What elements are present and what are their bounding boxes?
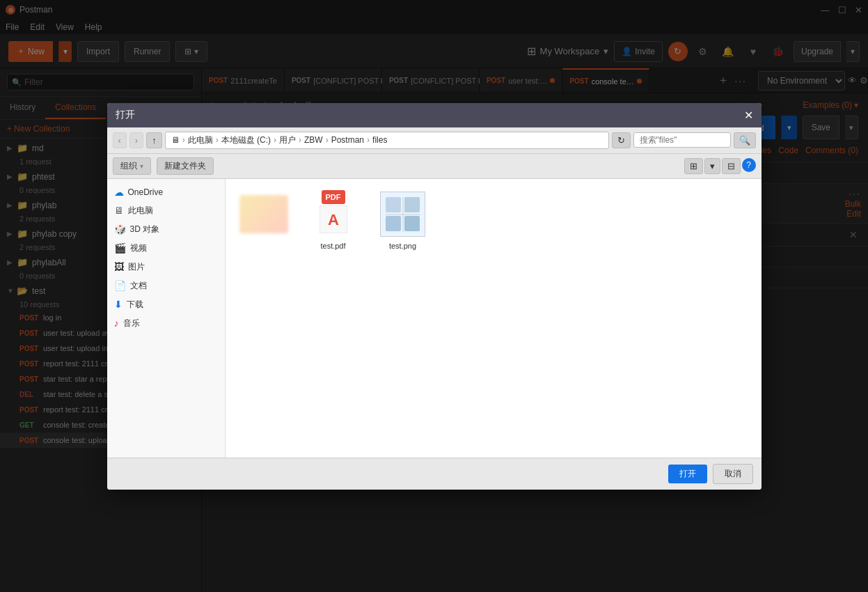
view-grid-button[interactable]: ▾: [704, 158, 720, 174]
path-part[interactable]: 此电脑: [188, 134, 213, 146]
nav-up-button[interactable]: ↑: [146, 132, 162, 148]
video-icon: 🎬: [114, 242, 126, 254]
svg-text:A: A: [328, 211, 339, 228]
path-part[interactable]: 本地磁盘 (C:): [221, 134, 271, 146]
dialog-sidebar-downloads[interactable]: ⬇ 下载: [107, 295, 225, 314]
path-refresh-button[interactable]: ↻: [612, 132, 631, 148]
dialog-main: PDF A test.pdf: [226, 179, 762, 458]
dialog-sidebar-images[interactable]: 🖼 图片: [107, 258, 225, 276]
dialog-sidebar-documents[interactable]: 📄 文档: [107, 276, 225, 295]
folder-thumb: [239, 190, 288, 239]
view-list-button[interactable]: ⊞: [684, 158, 703, 174]
dialog-sidebar-computer[interactable]: 🖥 此电脑: [107, 201, 225, 220]
dialog-open-button[interactable]: 打开: [668, 465, 707, 483]
png-preview: [380, 192, 425, 237]
dialog-help-button[interactable]: ?: [742, 158, 756, 172]
3d-objects-icon: 🎲: [114, 224, 126, 235]
path-part[interactable]: Postman: [331, 135, 364, 145]
pdf-filename: test.pdf: [320, 242, 345, 250]
svg-rect-5: [404, 197, 420, 212]
file-dialog: 打开 ✕ ‹ › ↑ 🖥 › 此电脑 › 本地磁盘 (C:) › 用户 › ZB…: [107, 103, 762, 490]
file-item-pdf[interactable]: PDF A test.pdf: [302, 186, 365, 254]
images-icon: 🖼: [114, 261, 124, 272]
path-computer-icon: 🖥: [171, 135, 180, 145]
computer-icon: 🖥: [114, 205, 124, 216]
dialog-view-icons: ⊞ ▾ ⊟ ?: [684, 158, 756, 174]
svg-rect-6: [404, 216, 420, 231]
dialog-titlebar: 打开 ✕: [107, 103, 762, 127]
dialog-sidebar: ☁ OneDrive 🖥 此电脑 🎲 3D 对象 🎬 视频 🖼 图片: [107, 179, 226, 458]
dialog-nav: ‹ › ↑ 🖥 › 此电脑 › 本地磁盘 (C:) › 用户 › ZBW › P…: [107, 127, 762, 154]
dialog-sidebar-3d[interactable]: 🎲 3D 对象: [107, 220, 225, 239]
png-filename: test.png: [389, 242, 416, 250]
svg-rect-4: [386, 216, 401, 231]
png-thumb: [379, 190, 427, 239]
dialog-cancel-button[interactable]: 取消: [713, 464, 753, 484]
music-icon: ♪: [114, 318, 119, 329]
folder-blurred-icon: [239, 195, 288, 233]
svg-rect-3: [386, 197, 401, 212]
dialog-title: 打开: [116, 109, 135, 121]
path-part[interactable]: 用户: [279, 134, 296, 146]
onedrive-icon: ☁: [114, 187, 124, 198]
documents-icon: 📄: [114, 280, 126, 291]
dialog-search-input[interactable]: [633, 132, 731, 148]
dialog-toolbar2: 组织 ▾ 新建文件夹 ⊞ ▾ ⊟ ?: [107, 154, 762, 179]
downloads-icon: ⬇: [114, 299, 123, 310]
dialog-close-button[interactable]: ✕: [744, 109, 753, 122]
dialog-body: ☁ OneDrive 🖥 此电脑 🎲 3D 对象 🎬 视频 🖼 图片: [107, 179, 762, 458]
pdf-svg-icon: A: [319, 205, 347, 233]
dialog-sidebar-music[interactable]: ♪ 音乐: [107, 314, 225, 333]
nav-forward-button[interactable]: ›: [129, 132, 143, 148]
dialog-sidebar-video[interactable]: 🎬 视频: [107, 239, 225, 258]
new-folder-button[interactable]: 新建文件夹: [157, 157, 214, 175]
path-part[interactable]: files: [372, 135, 387, 145]
path-bar: 🖥 › 此电脑 › 本地磁盘 (C:) › 用户 › ZBW › Postman…: [165, 132, 609, 149]
dialog-overlay: 打开 ✕ ‹ › ↑ 🖥 › 此电脑 › 本地磁盘 (C:) › 用户 › ZB…: [0, 0, 868, 592]
nav-back-button[interactable]: ‹: [113, 132, 127, 148]
dialog-footer: 打开 取消: [107, 458, 762, 490]
path-part[interactable]: ZBW: [304, 135, 323, 145]
pdf-thumb: PDF A: [309, 190, 358, 239]
file-item-png[interactable]: test.png: [372, 186, 434, 254]
pdf-label: PDF: [322, 190, 345, 204]
acrobat-icon: A: [319, 205, 347, 238]
png-svg-preview: [382, 194, 424, 235]
organize-button[interactable]: 组织 ▾: [113, 157, 151, 175]
dialog-search-button[interactable]: 🔍: [734, 132, 756, 148]
view-pane-button[interactable]: ⊟: [722, 158, 741, 174]
file-item-folder[interactable]: [232, 186, 295, 254]
organize-arrow-icon: ▾: [140, 162, 143, 170]
dialog-sidebar-onedrive[interactable]: ☁ OneDrive: [107, 183, 225, 201]
